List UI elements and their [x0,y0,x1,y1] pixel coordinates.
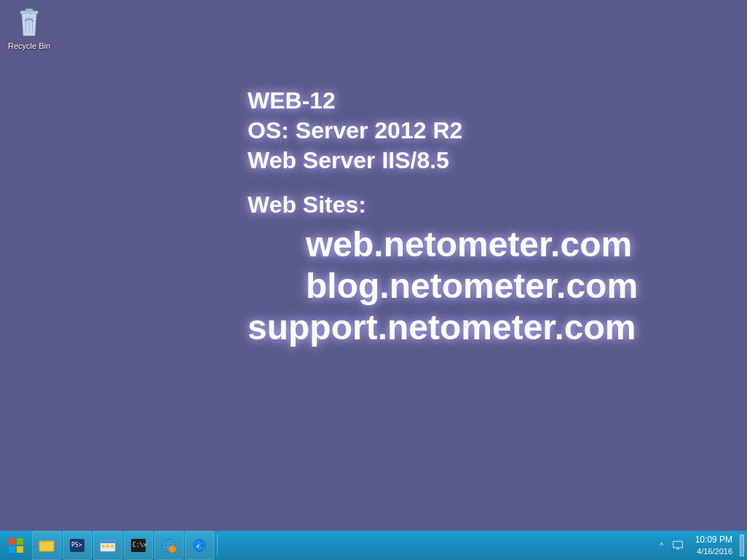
recycle-bin-icon[interactable]: Recycle Bin [4,4,55,54]
svg-rect-7 [9,546,15,553]
desktop: Recycle Bin WEB-12 OS: Server 2012 R2 We… [0,0,747,560]
svg-rect-5 [9,538,15,545]
watermark-line2: OS: Server 2012 R2 [248,117,638,144]
taskbar-separator [217,535,218,556]
chevron-icon: ^ [660,542,663,550]
svg-rect-8 [17,546,23,553]
svg-text:C:\>: C:\> [133,542,146,548]
watermark-text: WEB-12 OS: Server 2012 R2 Web Server IIS… [248,87,638,347]
taskbar-pinned-icons: PS> C:\> [32,531,214,560]
file-manager-taskbar-icon[interactable] [93,531,122,560]
svg-rect-17 [111,545,114,548]
tray-overflow-chevron[interactable]: ^ [655,538,669,553]
watermark-line5: web.netometer.com [248,224,638,264]
file-explorer-taskbar-icon[interactable] [32,531,61,560]
svg-rect-10 [39,541,45,543]
recycle-bin-label: Recycle Bin [8,42,50,51]
svg-rect-15 [102,545,105,548]
svg-text:↑: ↑ [170,546,173,553]
system-clock[interactable]: 10:09 PM 4/16/2016 [691,534,737,557]
show-desktop-strip[interactable] [740,535,744,556]
svg-rect-6 [17,538,23,545]
svg-rect-16 [106,545,109,548]
clock-date: 4/16/2016 [695,546,732,557]
watermark-line3: Web Server IIS/8.5 [248,147,638,174]
powershell-taskbar-icon[interactable]: PS> [63,531,92,560]
svg-text:e: e [197,542,199,549]
system-tray: ^ 10:09 PM 4/16/2016 [655,531,747,560]
cmd-taskbar-icon[interactable]: C:\> [124,531,153,560]
svg-rect-31 [673,541,682,548]
svg-rect-14 [100,540,115,543]
taskbar: PS> C:\> [0,531,747,560]
svg-text:PS>: PS> [71,542,82,548]
svg-rect-32 [676,548,679,550]
clock-time: 10:09 PM [695,534,732,546]
watermark-line1: WEB-12 [248,87,638,114]
start-button[interactable] [1,531,31,560]
svg-rect-1 [25,9,33,12]
network-taskbar-icon[interactable]: ↑ [154,531,183,560]
tray-icons-area: ^ [655,538,685,553]
watermark-line4: Web Sites: [248,192,638,218]
internet-explorer-taskbar-icon[interactable]: e [185,531,214,560]
watermark-line6: blog.netometer.com [248,266,638,306]
tray-show-desktop-icon[interactable] [671,538,685,553]
watermark-line7: support.netometer.com [248,307,638,347]
